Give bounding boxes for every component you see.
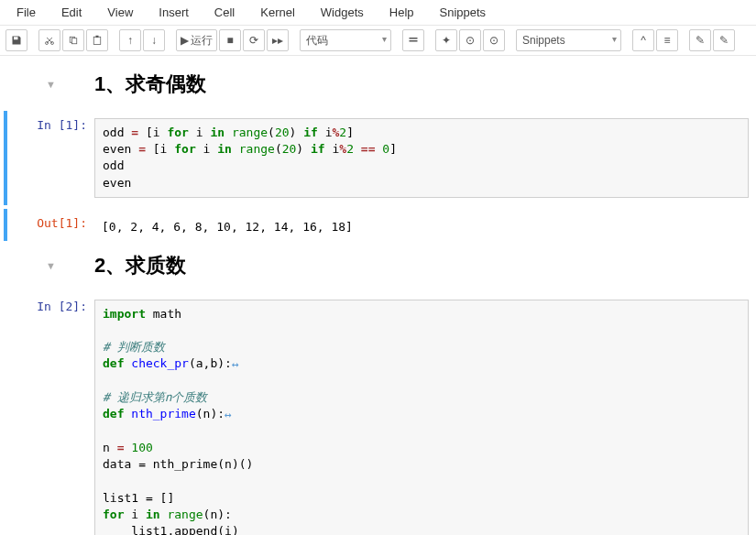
code-cell-2[interactable]: In [2]: import math # 判断质数 def check_pr(… — [7, 292, 749, 535]
menu-snippets[interactable]: Snippets — [431, 2, 503, 23]
menu-edit[interactable]: Edit — [52, 2, 98, 23]
svg-rect-3 — [72, 38, 77, 44]
celltype-select[interactable]: 代码 — [300, 29, 391, 51]
save-button[interactable] — [5, 29, 27, 51]
run-all-button[interactable]: ▸▸ — [267, 29, 289, 51]
edit-button[interactable]: ✎ — [689, 29, 711, 51]
move-down-button[interactable]: ↓ — [143, 29, 165, 51]
nav-down-button[interactable]: ⊙ — [483, 29, 505, 51]
code-input-1[interactable]: odd = [i for i in range(20) if i%2] even… — [94, 118, 749, 198]
collapse-toggle-icon[interactable]: ▼ — [7, 79, 94, 90]
nav-target-button[interactable]: ✦ — [435, 29, 457, 51]
heading-cell-1[interactable]: ▼ 1、求奇偶数 — [7, 63, 749, 111]
paste-button[interactable] — [86, 29, 108, 51]
menu-cell[interactable]: Cell — [205, 2, 251, 23]
menu-help[interactable]: Help — [380, 2, 431, 23]
heading-1-text: 1、求奇偶数 — [94, 71, 206, 98]
menu-kernel[interactable]: Kernel — [251, 2, 312, 23]
fold-icon[interactable]: ↔ — [225, 407, 232, 423]
toggle-toolbar-button[interactable]: ≡ — [656, 29, 678, 51]
menubar: File Edit View Insert Cell Kernel Widget… — [0, 0, 756, 26]
output-cell-1: Out[1]: [0, 2, 4, 6, 8, 10, 12, 14, 16, … — [4, 209, 749, 241]
pin-button[interactable]: ✎ — [713, 29, 735, 51]
copy-button[interactable] — [62, 29, 84, 51]
code-cell-1[interactable]: In [1]: odd = [i for i in range(20) if i… — [4, 111, 749, 205]
svg-rect-6 — [410, 38, 418, 39]
in-prompt-2: In [2]: — [7, 296, 94, 535]
svg-rect-5 — [96, 36, 99, 38]
svg-rect-7 — [410, 40, 418, 42]
cut-button[interactable] — [38, 29, 60, 51]
collapse-toggle-icon[interactable]: ▼ — [7, 260, 94, 271]
heading-cell-2[interactable]: ▼ 2、求质数 — [7, 245, 749, 292]
menu-view[interactable]: View — [98, 2, 149, 23]
menu-file[interactable]: File — [7, 2, 52, 23]
code-input-2[interactable]: import math # 判断质数 def check_pr(a,b):↔ #… — [94, 300, 749, 535]
toggle-header-button[interactable]: ^ — [632, 29, 654, 51]
heading-2-text: 2、求质数 — [94, 252, 186, 279]
run-button[interactable]: ▶ 运行 — [176, 29, 217, 51]
out-prompt-1: Out[1]: — [7, 213, 94, 237]
notebook-container: ▼ 1、求奇偶数 In [1]: odd = [i for i in range… — [0, 63, 756, 535]
menu-insert[interactable]: Insert — [149, 2, 205, 23]
move-up-button[interactable]: ↑ — [119, 29, 141, 51]
menu-widgets[interactable]: Widgets — [312, 2, 380, 23]
snippets-select[interactable]: Snippets — [516, 29, 621, 51]
toolbar: ↑ ↓ ▶ 运行 ■ ⟳ ▸▸ 代码 ✦ ⊙ ⊙ Snippets ^ ≡ ✎ … — [0, 26, 756, 56]
fold-icon[interactable]: ↔ — [232, 356, 239, 373]
nav-up-button[interactable]: ⊙ — [459, 29, 481, 51]
in-prompt-1: In [1]: — [7, 115, 94, 202]
svg-rect-4 — [93, 37, 101, 44]
run-label: 运行 — [191, 33, 213, 49]
restart-button[interactable]: ⟳ — [243, 29, 265, 51]
interrupt-button[interactable]: ■ — [219, 29, 241, 51]
command-palette-button[interactable] — [402, 29, 424, 51]
output-text-1: [0, 2, 4, 6, 8, 10, 12, 14, 16, 18] — [94, 216, 749, 234]
